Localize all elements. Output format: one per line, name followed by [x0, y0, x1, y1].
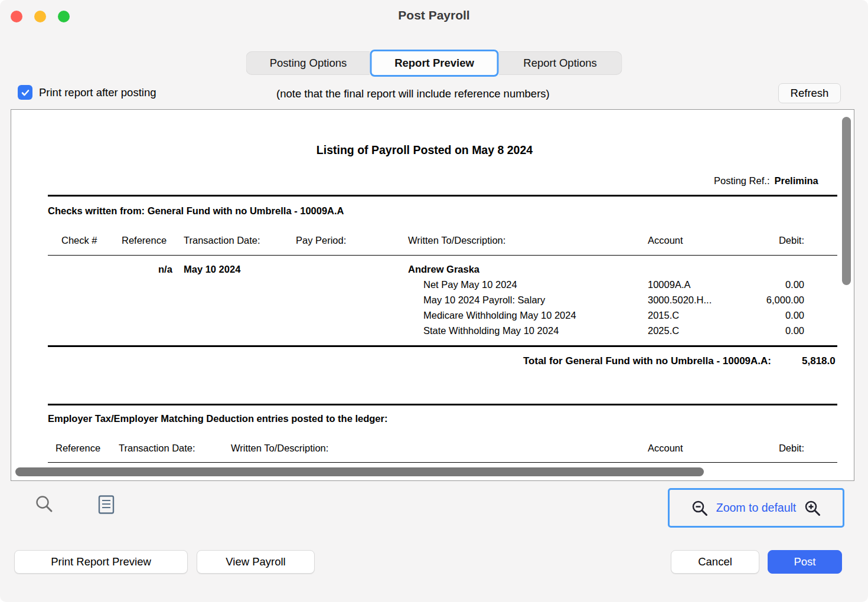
search-icon [34, 494, 54, 514]
print-report-checkbox-label: Print report after posting [39, 86, 156, 99]
column-header-written-to: Written To/Description: [231, 443, 328, 454]
check-icon [21, 88, 30, 97]
cancel-button[interactable]: Cancel [671, 550, 759, 574]
zoom-out-icon [691, 499, 709, 517]
zoom-control: Zoom to default [668, 488, 844, 528]
line-debit: 6,000.00 [708, 295, 804, 306]
line-account: 10009A.A [648, 279, 690, 290]
report-preview-pane[interactable]: Listing of Payroll Posted on May 8 2024 … [11, 109, 854, 481]
posting-ref-label: Posting Ref.: [714, 175, 769, 186]
report-title: Listing of Payroll Posted on May 8 2024 [11, 143, 838, 157]
post-button[interactable]: Post [768, 550, 842, 574]
divider [48, 255, 837, 256]
column-header-transaction-date: Transaction Date: [119, 443, 195, 454]
report-document: Listing of Payroll Posted on May 8 2024 … [11, 110, 839, 482]
vertical-scrollbar[interactable] [842, 117, 851, 285]
titlebar: Post Payroll [0, 0, 868, 33]
divider [48, 345, 837, 347]
employer-section-heading: Employer Tax/Employer Matching Deduction… [48, 413, 387, 424]
posting-ref-value: Prelimina [774, 175, 818, 186]
document-icon [97, 495, 116, 515]
line-description: Medicare Withholding May 10 2024 [423, 310, 576, 321]
checkbox-checked-icon[interactable] [18, 85, 32, 100]
line-debit: 0.00 [708, 325, 804, 336]
check-number: n/a [158, 264, 172, 275]
divider [48, 404, 837, 405]
column-header-reference: Reference [56, 443, 100, 454]
report-text-view-button[interactable] [97, 495, 116, 516]
zoom-in-button[interactable] [804, 499, 821, 517]
fund-total-label: Total for General Fund with no Umbrella … [306, 355, 771, 367]
tab-posting-options[interactable]: Posting Options [246, 51, 370, 75]
column-header-debit: Debit: [708, 443, 804, 454]
divider [48, 462, 837, 463]
line-account: 2025.C [648, 325, 679, 336]
fund-total-value: 5,818.0 [802, 355, 836, 367]
line-description: State Withholding May 10 2024 [423, 325, 559, 336]
column-header-pay-period: Pay Period: [296, 235, 346, 246]
line-debit: 0.00 [708, 279, 804, 290]
column-header-account: Account [648, 443, 683, 454]
posting-ref-row: Posting Ref.:Prelimina [714, 175, 818, 187]
search-report-button[interactable] [34, 494, 54, 516]
reference-numbers-note: (note that the final report will include… [276, 87, 550, 100]
payee-name: Andrew Graska [408, 264, 479, 275]
line-account: 2015.C [648, 310, 679, 321]
column-header-reference: Reference [122, 235, 167, 246]
column-header-debit: Debit: [708, 235, 804, 246]
column-header-transaction-date: Transaction Date: [184, 235, 260, 246]
column-header-written-to: Written To/Description: [408, 235, 505, 246]
divider [48, 195, 837, 197]
checks-section-heading: Checks written from: General Fund with n… [48, 205, 344, 217]
print-report-checkbox-row[interactable]: Print report after posting [18, 85, 156, 100]
line-account: 3000.5020.H... [648, 295, 712, 306]
zoom-out-button[interactable] [691, 499, 709, 517]
line-description: Net Pay May 10 2024 [423, 279, 517, 290]
tab-report-preview[interactable]: Report Preview [370, 50, 499, 77]
line-debit: 0.00 [708, 310, 804, 321]
zoom-to-default-link[interactable]: Zoom to default [716, 501, 797, 515]
horizontal-scrollbar[interactable] [15, 467, 704, 476]
view-payroll-button[interactable]: View Payroll [197, 550, 315, 574]
tab-bar: Posting Options Report Preview Report Op… [246, 48, 622, 78]
refresh-button[interactable]: Refresh [778, 83, 841, 103]
tab-report-options[interactable]: Report Options [499, 51, 622, 75]
column-header-account: Account [648, 235, 683, 246]
column-header-check: Check # [61, 235, 97, 246]
post-payroll-dialog: Post Payroll Posting Options Report Prev… [0, 0, 868, 602]
window-title: Post Payroll [0, 8, 868, 22]
print-report-preview-button[interactable]: Print Report Preview [14, 550, 188, 574]
zoom-in-icon [804, 499, 821, 517]
transaction-date: May 10 2024 [184, 264, 240, 275]
line-description: May 10 2024 Payroll: Salary [423, 295, 545, 306]
